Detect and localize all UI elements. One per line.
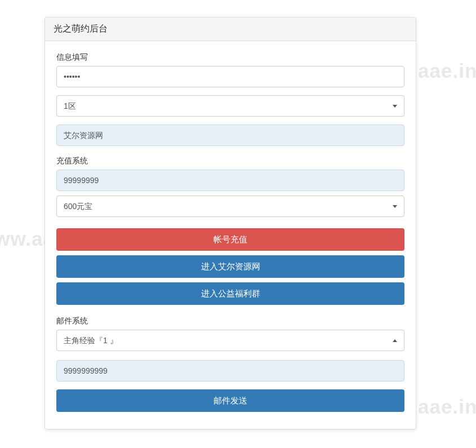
site-name-field[interactable]: 艾尔资源网: [56, 125, 404, 146]
recharge-amount-input[interactable]: 99999999: [56, 170, 404, 191]
mail-template-select[interactable]: 主角经验『1 』: [56, 330, 404, 351]
info-section-label: 信息填写: [56, 52, 404, 63]
caret-up-icon: [393, 339, 397, 342]
mail-send-button[interactable]: 邮件发送: [56, 389, 404, 412]
panel-body: 信息填写 •••••• 1区 艾尔资源网 充值系统 99999999 600元宝…: [45, 41, 416, 429]
enter-group-button[interactable]: 进入公益福利群: [56, 282, 404, 305]
panel-title: 光之萌约后台: [45, 17, 416, 41]
mail-quantity-input[interactable]: 9999999999: [56, 360, 404, 382]
main-panel: 光之萌约后台 信息填写 •••••• 1区 艾尔资源网 充值系统 9999999…: [45, 17, 416, 429]
caret-down-icon: [393, 205, 397, 208]
enter-site-button[interactable]: 进入艾尔资源网: [56, 255, 404, 278]
recharge-section-label: 充值系统: [56, 156, 404, 166]
password-input[interactable]: ••••••: [56, 66, 404, 87]
recharge-button[interactable]: 帐号充值: [56, 228, 404, 251]
mail-template-value: 主角经验『1 』: [64, 334, 118, 347]
recharge-item-select[interactable]: 600元宝: [56, 196, 404, 217]
zone-select-value: 1区: [64, 99, 76, 113]
caret-down-icon: [393, 105, 397, 108]
recharge-item-value: 600元宝: [64, 199, 92, 213]
mail-section-label: 邮件系统: [56, 316, 404, 326]
zone-select[interactable]: 1区: [56, 95, 404, 117]
